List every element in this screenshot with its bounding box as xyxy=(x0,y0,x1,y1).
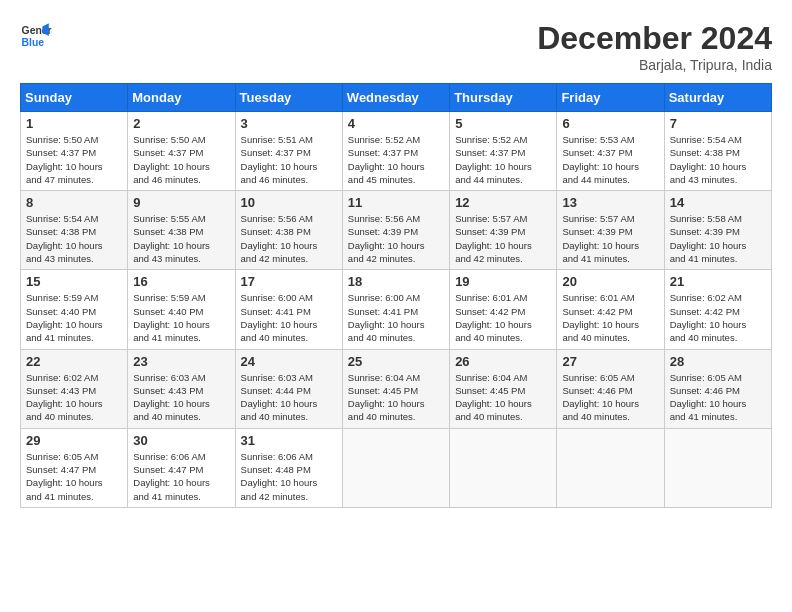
day-cell-4: 4Sunrise: 5:52 AM Sunset: 4:37 PM Daylig… xyxy=(342,112,449,191)
weekday-header-row: SundayMondayTuesdayWednesdayThursdayFrid… xyxy=(21,84,772,112)
day-cell-21: 21Sunrise: 6:02 AM Sunset: 4:42 PM Dayli… xyxy=(664,270,771,349)
day-info: Sunrise: 5:54 AM Sunset: 4:38 PM Dayligh… xyxy=(670,133,766,186)
day-number: 25 xyxy=(348,354,444,369)
day-cell-9: 9Sunrise: 5:55 AM Sunset: 4:38 PM Daylig… xyxy=(128,191,235,270)
day-cell-5: 5Sunrise: 5:52 AM Sunset: 4:37 PM Daylig… xyxy=(450,112,557,191)
day-cell-14: 14Sunrise: 5:58 AM Sunset: 4:39 PM Dayli… xyxy=(664,191,771,270)
logo: General Blue xyxy=(20,20,52,52)
day-info: Sunrise: 6:04 AM Sunset: 4:45 PM Dayligh… xyxy=(348,371,444,424)
day-number: 1 xyxy=(26,116,122,131)
weekday-header-thursday: Thursday xyxy=(450,84,557,112)
day-number: 28 xyxy=(670,354,766,369)
day-info: Sunrise: 6:03 AM Sunset: 4:44 PM Dayligh… xyxy=(241,371,337,424)
day-info: Sunrise: 5:56 AM Sunset: 4:38 PM Dayligh… xyxy=(241,212,337,265)
day-number: 13 xyxy=(562,195,658,210)
weekday-header-saturday: Saturday xyxy=(664,84,771,112)
day-number: 9 xyxy=(133,195,229,210)
day-info: Sunrise: 6:06 AM Sunset: 4:48 PM Dayligh… xyxy=(241,450,337,503)
page-header: General Blue December 2024 Barjala, Trip… xyxy=(20,20,772,73)
day-number: 8 xyxy=(26,195,122,210)
day-cell-3: 3Sunrise: 5:51 AM Sunset: 4:37 PM Daylig… xyxy=(235,112,342,191)
day-info: Sunrise: 5:54 AM Sunset: 4:38 PM Dayligh… xyxy=(26,212,122,265)
weekday-header-friday: Friday xyxy=(557,84,664,112)
week-row-5: 29Sunrise: 6:05 AM Sunset: 4:47 PM Dayli… xyxy=(21,428,772,507)
empty-cell xyxy=(342,428,449,507)
day-number: 5 xyxy=(455,116,551,131)
day-info: Sunrise: 5:56 AM Sunset: 4:39 PM Dayligh… xyxy=(348,212,444,265)
day-info: Sunrise: 6:01 AM Sunset: 4:42 PM Dayligh… xyxy=(562,291,658,344)
day-cell-28: 28Sunrise: 6:05 AM Sunset: 4:46 PM Dayli… xyxy=(664,349,771,428)
weekday-header-wednesday: Wednesday xyxy=(342,84,449,112)
day-info: Sunrise: 5:59 AM Sunset: 4:40 PM Dayligh… xyxy=(133,291,229,344)
day-info: Sunrise: 5:59 AM Sunset: 4:40 PM Dayligh… xyxy=(26,291,122,344)
day-cell-15: 15Sunrise: 5:59 AM Sunset: 4:40 PM Dayli… xyxy=(21,270,128,349)
day-number: 3 xyxy=(241,116,337,131)
day-info: Sunrise: 6:05 AM Sunset: 4:47 PM Dayligh… xyxy=(26,450,122,503)
day-info: Sunrise: 5:53 AM Sunset: 4:37 PM Dayligh… xyxy=(562,133,658,186)
day-number: 14 xyxy=(670,195,766,210)
day-info: Sunrise: 6:02 AM Sunset: 4:42 PM Dayligh… xyxy=(670,291,766,344)
day-cell-11: 11Sunrise: 5:56 AM Sunset: 4:39 PM Dayli… xyxy=(342,191,449,270)
day-cell-25: 25Sunrise: 6:04 AM Sunset: 4:45 PM Dayli… xyxy=(342,349,449,428)
day-cell-6: 6Sunrise: 5:53 AM Sunset: 4:37 PM Daylig… xyxy=(557,112,664,191)
day-number: 12 xyxy=(455,195,551,210)
day-info: Sunrise: 6:01 AM Sunset: 4:42 PM Dayligh… xyxy=(455,291,551,344)
empty-cell xyxy=(450,428,557,507)
week-row-2: 8Sunrise: 5:54 AM Sunset: 4:38 PM Daylig… xyxy=(21,191,772,270)
day-cell-16: 16Sunrise: 5:59 AM Sunset: 4:40 PM Dayli… xyxy=(128,270,235,349)
day-info: Sunrise: 5:55 AM Sunset: 4:38 PM Dayligh… xyxy=(133,212,229,265)
weekday-header-monday: Monday xyxy=(128,84,235,112)
day-number: 17 xyxy=(241,274,337,289)
day-info: Sunrise: 6:06 AM Sunset: 4:47 PM Dayligh… xyxy=(133,450,229,503)
day-cell-17: 17Sunrise: 6:00 AM Sunset: 4:41 PM Dayli… xyxy=(235,270,342,349)
day-info: Sunrise: 5:52 AM Sunset: 4:37 PM Dayligh… xyxy=(348,133,444,186)
day-number: 21 xyxy=(670,274,766,289)
location-subtitle: Barjala, Tripura, India xyxy=(537,57,772,73)
day-cell-31: 31Sunrise: 6:06 AM Sunset: 4:48 PM Dayli… xyxy=(235,428,342,507)
day-cell-26: 26Sunrise: 6:04 AM Sunset: 4:45 PM Dayli… xyxy=(450,349,557,428)
day-info: Sunrise: 6:00 AM Sunset: 4:41 PM Dayligh… xyxy=(241,291,337,344)
day-info: Sunrise: 6:05 AM Sunset: 4:46 PM Dayligh… xyxy=(562,371,658,424)
day-info: Sunrise: 5:50 AM Sunset: 4:37 PM Dayligh… xyxy=(26,133,122,186)
empty-cell xyxy=(664,428,771,507)
day-cell-2: 2Sunrise: 5:50 AM Sunset: 4:37 PM Daylig… xyxy=(128,112,235,191)
day-number: 29 xyxy=(26,433,122,448)
day-cell-19: 19Sunrise: 6:01 AM Sunset: 4:42 PM Dayli… xyxy=(450,270,557,349)
title-block: December 2024 Barjala, Tripura, India xyxy=(537,20,772,73)
day-number: 16 xyxy=(133,274,229,289)
day-number: 24 xyxy=(241,354,337,369)
day-number: 10 xyxy=(241,195,337,210)
day-cell-23: 23Sunrise: 6:03 AM Sunset: 4:43 PM Dayli… xyxy=(128,349,235,428)
day-number: 7 xyxy=(670,116,766,131)
day-info: Sunrise: 5:52 AM Sunset: 4:37 PM Dayligh… xyxy=(455,133,551,186)
day-number: 18 xyxy=(348,274,444,289)
day-cell-20: 20Sunrise: 6:01 AM Sunset: 4:42 PM Dayli… xyxy=(557,270,664,349)
day-number: 31 xyxy=(241,433,337,448)
day-cell-27: 27Sunrise: 6:05 AM Sunset: 4:46 PM Dayli… xyxy=(557,349,664,428)
day-cell-12: 12Sunrise: 5:57 AM Sunset: 4:39 PM Dayli… xyxy=(450,191,557,270)
month-title: December 2024 xyxy=(537,20,772,57)
day-cell-29: 29Sunrise: 6:05 AM Sunset: 4:47 PM Dayli… xyxy=(21,428,128,507)
day-cell-18: 18Sunrise: 6:00 AM Sunset: 4:41 PM Dayli… xyxy=(342,270,449,349)
day-number: 15 xyxy=(26,274,122,289)
day-cell-22: 22Sunrise: 6:02 AM Sunset: 4:43 PM Dayli… xyxy=(21,349,128,428)
weekday-header-tuesday: Tuesday xyxy=(235,84,342,112)
logo-icon: General Blue xyxy=(20,20,52,52)
day-info: Sunrise: 6:04 AM Sunset: 4:45 PM Dayligh… xyxy=(455,371,551,424)
week-row-4: 22Sunrise: 6:02 AM Sunset: 4:43 PM Dayli… xyxy=(21,349,772,428)
day-number: 26 xyxy=(455,354,551,369)
day-cell-10: 10Sunrise: 5:56 AM Sunset: 4:38 PM Dayli… xyxy=(235,191,342,270)
day-number: 2 xyxy=(133,116,229,131)
day-cell-30: 30Sunrise: 6:06 AM Sunset: 4:47 PM Dayli… xyxy=(128,428,235,507)
day-cell-8: 8Sunrise: 5:54 AM Sunset: 4:38 PM Daylig… xyxy=(21,191,128,270)
day-cell-1: 1Sunrise: 5:50 AM Sunset: 4:37 PM Daylig… xyxy=(21,112,128,191)
week-row-1: 1Sunrise: 5:50 AM Sunset: 4:37 PM Daylig… xyxy=(21,112,772,191)
day-cell-7: 7Sunrise: 5:54 AM Sunset: 4:38 PM Daylig… xyxy=(664,112,771,191)
day-number: 11 xyxy=(348,195,444,210)
weekday-header-sunday: Sunday xyxy=(21,84,128,112)
week-row-3: 15Sunrise: 5:59 AM Sunset: 4:40 PM Dayli… xyxy=(21,270,772,349)
empty-cell xyxy=(557,428,664,507)
day-cell-13: 13Sunrise: 5:57 AM Sunset: 4:39 PM Dayli… xyxy=(557,191,664,270)
day-number: 20 xyxy=(562,274,658,289)
day-info: Sunrise: 6:03 AM Sunset: 4:43 PM Dayligh… xyxy=(133,371,229,424)
